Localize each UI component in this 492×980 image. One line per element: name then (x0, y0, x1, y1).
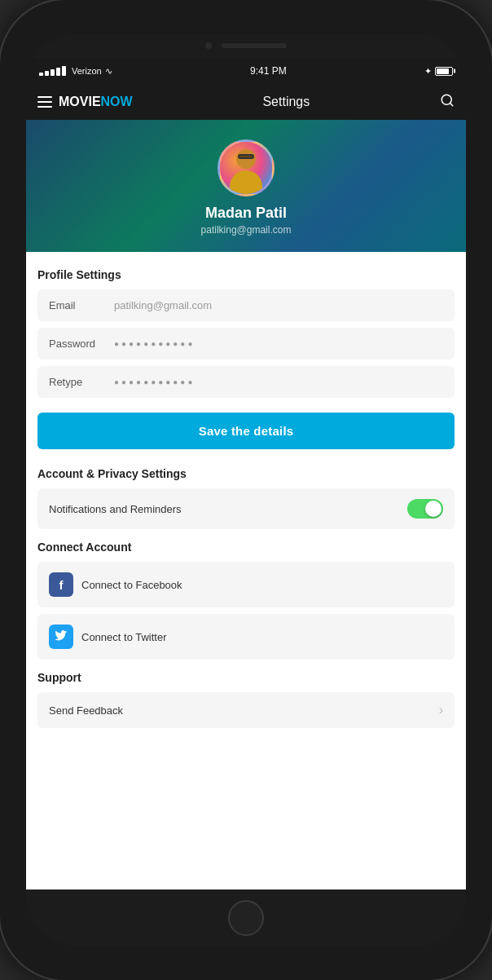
carrier-name: Verizon (72, 66, 102, 76)
retype-row[interactable]: Retype ●●●●●●●●●●● (37, 366, 455, 398)
password-value: ●●●●●●●●●●● (114, 339, 443, 348)
bluetooth-icon: ✦ (424, 66, 432, 77)
account-settings-section: Account & Privacy Settings Notifications… (37, 467, 455, 529)
speaker-grille (222, 43, 287, 48)
feedback-row[interactable]: Send Feedback › (37, 692, 455, 728)
logo-movie-text: MOVIE (59, 95, 101, 108)
connect-account-title: Connect Account (37, 541, 455, 554)
app-logo: MOVIENOW (59, 95, 133, 109)
avatar (217, 139, 275, 196)
phone-top-bar (26, 33, 466, 58)
phone-bottom (26, 890, 466, 947)
signal-bar-1 (39, 73, 43, 76)
support-title: Support (37, 671, 455, 684)
app-header: MOVIENOW Settings (26, 84, 466, 120)
status-time: 9:41 PM (250, 65, 287, 77)
password-label: Password (49, 338, 106, 350)
status-right: ✦ (424, 66, 453, 77)
main-content: Profile Settings Email patilking@gmail.c… (26, 252, 466, 890)
avatar-glasses (238, 154, 254, 159)
notifications-toggle[interactable] (407, 499, 443, 519)
account-settings-title: Account & Privacy Settings (37, 467, 455, 480)
save-details-button[interactable]: Save the details (37, 413, 455, 449)
page-title: Settings (262, 95, 310, 109)
email-value: patilking@gmail.com (114, 299, 443, 311)
profile-banner: Madan Patil patilking@gmail.com (26, 120, 466, 252)
retype-label: Retype (49, 376, 106, 388)
email-row[interactable]: Email patilking@gmail.com (37, 289, 455, 321)
search-button[interactable] (440, 93, 455, 112)
svg-line-1 (450, 103, 452, 105)
twitter-icon (49, 625, 73, 649)
avatar-head (236, 149, 256, 169)
profile-name: Madan Patil (205, 205, 287, 222)
chevron-right-icon: › (439, 703, 443, 717)
avatar-person (226, 149, 266, 194)
home-button[interactable] (228, 900, 264, 936)
twitter-row[interactable]: Connect to Twitter (37, 614, 455, 660)
email-label: Email (49, 299, 106, 311)
profile-settings-section: Profile Settings Email patilking@gmail.c… (37, 268, 455, 464)
phone-body: Verizon ∿ 9:41 PM ✦ (26, 33, 466, 947)
status-left: Verizon ∿ (39, 66, 112, 77)
facebook-icon: f (49, 572, 73, 597)
hamburger-menu[interactable] (37, 96, 52, 108)
signal-bar-3 (51, 69, 55, 76)
notifications-row: Notifications and Reminders (37, 488, 455, 529)
facebook-row[interactable]: f Connect to Facebook (37, 562, 455, 607)
avatar-body (230, 170, 262, 195)
profile-email: patilking@gmail.com (201, 224, 292, 236)
toggle-knob (425, 501, 441, 517)
signal-bar-2 (45, 71, 49, 76)
support-section: Support Send Feedback › (37, 671, 455, 728)
screen: Verizon ∿ 9:41 PM ✦ (26, 58, 466, 890)
phone-frame: Verizon ∿ 9:41 PM ✦ (0, 0, 492, 980)
battery-indicator (435, 67, 453, 76)
password-row[interactable]: Password ●●●●●●●●●●● (37, 328, 455, 360)
camera-dot (205, 42, 212, 49)
header-left: MOVIENOW (37, 95, 133, 109)
logo-now-text: NOW (101, 95, 133, 108)
twitter-label: Connect to Twitter (81, 631, 167, 643)
search-icon (440, 93, 455, 108)
notifications-label: Notifications and Reminders (49, 503, 182, 515)
twitter-bird-icon (55, 630, 68, 643)
facebook-label: Connect to Facebook (81, 579, 182, 591)
connect-account-section: Connect Account f Connect to Facebook Co… (37, 541, 455, 660)
profile-settings-title: Profile Settings (37, 268, 455, 281)
wifi-icon: ∿ (105, 66, 112, 77)
signal-bar-5 (62, 66, 66, 76)
status-bar: Verizon ∿ 9:41 PM ✦ (26, 58, 466, 84)
feedback-label: Send Feedback (49, 704, 123, 717)
retype-value: ●●●●●●●●●●● (114, 377, 443, 386)
battery-fill (437, 68, 449, 74)
signal-bar-4 (56, 68, 60, 76)
signal-bars (39, 66, 66, 76)
